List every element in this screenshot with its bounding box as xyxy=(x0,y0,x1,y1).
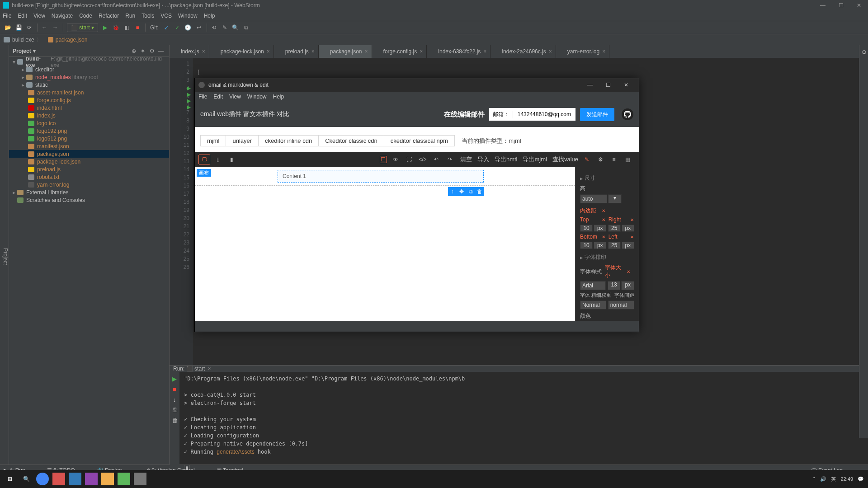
menu-vcs[interactable]: VCS xyxy=(160,13,172,19)
tab-close-icon[interactable]: × xyxy=(311,48,315,55)
app3-icon[interactable] xyxy=(85,473,98,485)
open-icon[interactable]: 📂 xyxy=(3,23,13,33)
stop-icon[interactable]: ■ xyxy=(132,23,142,33)
code-icon[interactable]: </> xyxy=(417,155,429,164)
explorer-icon[interactable] xyxy=(101,473,114,485)
tree-file[interactable]: logo192.png xyxy=(9,127,169,135)
btn-find-value[interactable]: 查找value xyxy=(552,155,578,164)
send-mail-button[interactable]: 发送邮件 xyxy=(580,108,614,121)
git-update-icon[interactable]: ↙ xyxy=(161,23,171,33)
tab-ckeditor-classic[interactable]: Ckeditor classic cdn xyxy=(319,136,384,146)
tab-unlayer[interactable]: unlayer xyxy=(226,136,259,146)
selection-box-icon[interactable]: ☐ xyxy=(380,156,387,163)
cat-size[interactable]: 尺寸 xyxy=(580,174,634,182)
btn-export-mjml[interactable]: 导出mjml xyxy=(523,155,547,164)
back-icon[interactable]: ← xyxy=(39,23,49,33)
undo-icon[interactable]: ↶ xyxy=(430,155,442,164)
tree-file[interactable]: forge.config.js xyxy=(9,96,169,104)
menu-edit[interactable]: Edit xyxy=(18,13,27,19)
grid-icon[interactable]: ▦ xyxy=(622,155,633,164)
emenu-help[interactable]: Help xyxy=(273,94,284,100)
gear-icon[interactable]: ⚙ xyxy=(594,155,606,164)
run-icon[interactable]: ▶ xyxy=(100,23,110,33)
git-revert-icon[interactable]: ↩ xyxy=(194,23,204,33)
tree-dir-ckeditor[interactable]: ckeditor xyxy=(35,66,54,73)
tree-dir-node-modules[interactable]: node_modules xyxy=(35,74,71,80)
tab-close-icon[interactable]: × xyxy=(365,48,368,55)
menu-navigate[interactable]: Navigate xyxy=(52,13,73,19)
down-icon[interactable]: ↓ xyxy=(173,396,176,403)
git-commit-icon[interactable]: ✓ xyxy=(172,23,182,33)
slot-delete-icon[interactable]: 🗑 xyxy=(475,187,484,196)
chrome-icon[interactable] xyxy=(36,473,49,485)
emenu-window[interactable]: Window xyxy=(247,94,267,100)
preview-icon[interactable]: 👁 xyxy=(390,155,401,164)
app1-icon[interactable] xyxy=(52,473,65,485)
tree-file[interactable]: logo.ico xyxy=(9,119,169,127)
menu-run[interactable]: Run xyxy=(125,13,135,19)
app5-icon[interactable] xyxy=(134,473,146,485)
device-tablet-icon[interactable]: ▯ xyxy=(212,155,224,164)
btn-clear[interactable]: 清空 xyxy=(460,155,472,164)
trash-icon[interactable]: 🗑 xyxy=(172,417,178,424)
editor-tab[interactable]: index.js× xyxy=(170,45,209,58)
height-select[interactable]: auto xyxy=(580,194,607,203)
tree-file[interactable]: preload.js xyxy=(9,165,169,173)
tray-notifications-icon[interactable]: 💬 xyxy=(858,476,864,482)
gear-icon[interactable]: ⚙ xyxy=(147,48,156,54)
tree-dir-static[interactable]: static xyxy=(35,82,48,88)
tab-mjml[interactable]: mjml xyxy=(201,136,226,146)
target-icon[interactable]: ⊕ xyxy=(129,48,138,54)
menu-tools[interactable]: Tools xyxy=(142,13,154,19)
tree-scratches[interactable]: Scratches and Consoles xyxy=(26,197,85,203)
editor-tab[interactable]: preload.js× xyxy=(274,45,319,58)
github-icon[interactable] xyxy=(622,108,633,120)
emenu-edit[interactable]: Edit xyxy=(213,94,223,100)
rerun-icon[interactable]: ▶ xyxy=(172,375,177,382)
save-icon[interactable]: 💾 xyxy=(14,23,24,33)
app4-icon[interactable] xyxy=(118,473,130,485)
git-history-icon[interactable]: 🕘 xyxy=(183,23,193,33)
menu-code[interactable]: Code xyxy=(79,13,92,19)
coverage-icon[interactable]: ◧ xyxy=(122,23,132,33)
font-size-input[interactable]: 13 xyxy=(608,281,621,290)
tab-close-icon[interactable]: × xyxy=(483,48,486,55)
maximize-icon[interactable]: ☐ xyxy=(832,0,850,11)
font-family-select[interactable]: Arial xyxy=(580,281,606,290)
font-weight-select[interactable]: Normal xyxy=(580,300,606,310)
padding-left-input[interactable]: 25 xyxy=(608,242,621,249)
tray-chevron-icon[interactable]: ˄ xyxy=(813,476,816,482)
ewin-close-icon[interactable]: ✕ xyxy=(617,82,635,88)
tab-close-icon[interactable]: × xyxy=(420,48,423,55)
tab-close-icon[interactable]: × xyxy=(202,48,205,55)
tab-close-icon[interactable]: × xyxy=(549,48,552,55)
device-desktop-icon[interactable]: 🖵 xyxy=(198,155,210,164)
menu-refactor[interactable]: Refactor xyxy=(99,13,119,19)
cat-font[interactable]: 字体排印 xyxy=(580,253,634,261)
tree-file[interactable]: index.html xyxy=(9,104,169,112)
start-icon[interactable]: ⊞ xyxy=(4,473,16,485)
tree-external-libraries[interactable]: External Libraries xyxy=(26,189,68,196)
fullscreen-icon[interactable]: ⛶ xyxy=(403,155,415,164)
menu-help[interactable]: Help xyxy=(204,13,215,19)
slot-up-icon[interactable]: ↑ xyxy=(448,187,457,196)
editor-tab[interactable]: index-2a24696c.js× xyxy=(491,45,556,58)
crumb-project[interactable]: build-exe xyxy=(12,37,34,43)
emenu-file[interactable]: File xyxy=(198,94,207,100)
btn-export-html[interactable]: 导出hmtl xyxy=(495,155,518,164)
stop-run-icon[interactable]: ■ xyxy=(173,386,176,393)
pencil-icon[interactable]: ✎ xyxy=(581,155,593,164)
forward-icon[interactable]: → xyxy=(50,23,60,33)
ewin-minimize-icon[interactable]: — xyxy=(581,82,599,88)
cat-color[interactable]: 颜色 xyxy=(580,312,591,320)
device-mobile-icon[interactable]: ▮ xyxy=(226,155,237,164)
content-slot[interactable]: Content 1 xyxy=(278,170,484,183)
list-icon[interactable]: ≡ xyxy=(608,155,620,164)
tree-file[interactable]: package-lock.json xyxy=(9,158,169,165)
editor-tab[interactable]: yarn-error.log× xyxy=(556,45,609,58)
tree-file[interactable]: manifest.json xyxy=(9,142,169,150)
btn-import[interactable]: 导入 xyxy=(477,155,489,164)
project-tool-tab[interactable]: Project xyxy=(0,45,9,465)
tree-file[interactable]: package.json xyxy=(9,150,169,158)
debug-icon[interactable]: 🐞 xyxy=(111,23,121,33)
